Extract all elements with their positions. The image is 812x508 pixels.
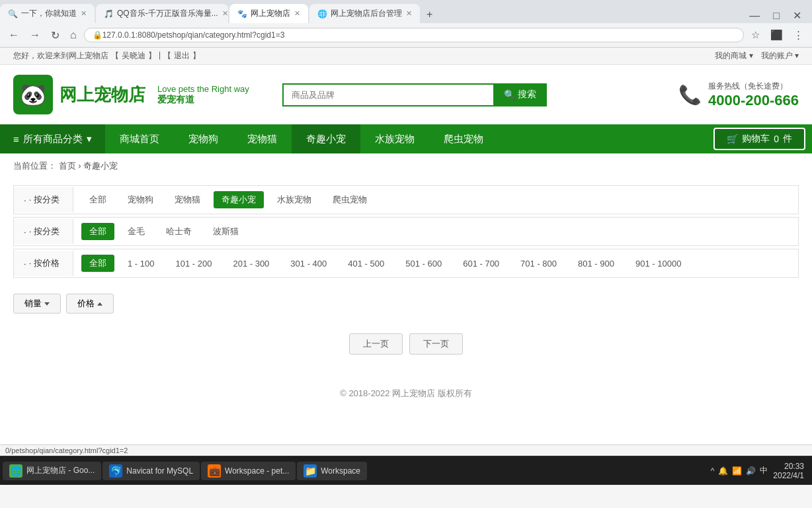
site-footer: © 2018-2022 网上宠物店 版权所有 [0,374,812,413]
taskbar-item-4[interactable]: 📁 Workspace [297,462,367,480]
clock-date: 2022/4/1 [773,471,804,480]
slogan-area: Love pets the Right way 爱宠有道 [157,84,249,106]
cat-opt-reptile[interactable]: 爬虫宠物 [325,191,375,208]
reload-button[interactable]: ↻ [48,28,63,43]
my-account-label: 我的账户 [761,51,793,60]
my-shop-dropdown[interactable]: 我的商城 ▾ [715,50,752,62]
minimize-icon[interactable]: — [744,9,765,23]
nav-aquatic[interactable]: 水族宠物 [360,124,429,153]
hotline-info: 服务热线（免长途费） 4000-200-666 [708,81,799,109]
new-tab-button[interactable]: + [421,6,438,23]
price-opt-8[interactable]: 701 - 800 [512,256,565,271]
tab1-favicon: 🔍 [8,9,17,19]
logout-link[interactable]: 退出 [174,50,190,62]
taskbar-item-2[interactable]: 🐬 Navicat for MySQL [102,462,200,480]
tab2-close[interactable]: ✕ [222,9,228,18]
taskbar-item-3[interactable]: 💼 Workspace - pet... [201,462,296,480]
top-bar-bracket2-open: 【 [163,50,171,62]
price-opt-3[interactable]: 201 - 300 [225,256,277,271]
search-button[interactable]: 🔍 搜索 [493,83,547,106]
filter-area: · · 按分类 全部 宠物狗 宠物猫 奇趣小宠 水族宠物 爬虫宠物 · · 按分… [0,179,812,287]
sub-opt-all[interactable]: 全部 [81,223,114,240]
back-button[interactable]: ← [5,28,22,42]
sub-opt-golden[interactable]: 金毛 [120,223,153,240]
price-opt-9[interactable]: 801 - 900 [570,256,622,271]
all-categories-btn[interactable]: ≡ 所有商品分类 ▾ [0,124,105,153]
tab3-label: 网上宠物店 [251,8,290,19]
sub-opt-husky[interactable]: 哈士奇 [158,223,200,240]
sub-filter-label: · · 按分类 [14,219,73,244]
price-opt-4[interactable]: 301 - 400 [282,256,335,271]
search-area: 🔍 搜索 [282,83,547,106]
price-opt-10[interactable]: 901 - 10000 [628,256,689,271]
my-shop-label: 我的商城 [715,51,747,60]
taskbar-icon-2: 🐬 [109,464,122,478]
breadcrumb-home[interactable]: 首页 [59,161,76,171]
taskbar-icon-4: 📁 [304,464,317,478]
tab1-close[interactable]: ✕ [81,9,87,18]
nav-cats[interactable]: 宠物猫 [233,124,292,153]
home-button[interactable]: ⌂ [67,28,80,42]
search-icon: 🔍 [504,89,515,100]
browser-tab-1[interactable]: 🔍 一下，你就知道 ✕ [0,4,95,23]
my-account-dropdown[interactable]: 我的账户 ▾ [761,50,799,62]
username-link[interactable]: 吴晓迪 [122,50,145,62]
address-bar[interactable]: 🔒 127.0.0.1:8080/petshop/qian/category.h… [84,28,744,42]
category-filter-options: 全部 宠物狗 宠物猫 奇趣小宠 水族宠物 爬虫宠物 [73,186,798,214]
cat-opt-all[interactable]: 全部 [81,191,114,208]
cart-button[interactable]: 🛒 购物车 0 件 [713,128,805,150]
tab4-close[interactable]: ✕ [406,9,412,18]
extensions-icon[interactable]: ⬛ [767,27,786,43]
filter-label-icon1: · [24,195,26,205]
cart-icon: 🛒 [727,134,738,144]
taskbar-label-4: Workspace [321,466,360,476]
breadcrumb-separator: › [78,161,83,171]
price-opt-5[interactable]: 401 - 500 [340,256,392,271]
price-opt-2[interactable]: 101 - 200 [167,256,220,271]
taskbar-item-1[interactable]: 🌐 网上宠物店 - Goo... [3,462,101,480]
all-categories-arrow: ▾ [87,133,92,145]
tray-expand-icon[interactable]: ^ [711,466,715,476]
cat-opt-dogs[interactable]: 宠物狗 [120,191,161,208]
tab4-label: 网上宠物店后台管理 [331,8,402,19]
nav-home[interactable]: 商城首页 [105,124,174,153]
cart-unit: 件 [783,133,792,145]
lock-icon: 🔒 [93,30,102,40]
price-opt-1[interactable]: 1 - 100 [120,256,162,271]
price-opt-7[interactable]: 601 - 700 [455,256,507,271]
price-opt-6[interactable]: 501 - 600 [397,256,450,271]
maximize-icon[interactable]: □ [768,9,785,23]
nav-dogs[interactable]: 宠物狗 [174,124,233,153]
sort-price-button[interactable]: 价格 [66,294,114,314]
nav-reptile[interactable]: 爬虫宠物 [429,124,498,153]
browser-tab-3[interactable]: 🐾 网上宠物店 ✕ [229,4,308,23]
browser-tab-4[interactable]: 🌐 网上宠物店后台管理 ✕ [309,4,420,23]
forward-button[interactable]: → [26,28,44,42]
price-filter-label: · · 按价格 [14,251,73,276]
price-opt-all[interactable]: 全部 [81,255,114,272]
cat-opt-aquatic[interactable]: 水族宠物 [269,191,319,208]
tab3-favicon: 🐾 [237,9,247,19]
cart-label: 购物车 [742,133,770,145]
slogan2: 爱宠有道 [157,94,249,106]
tab2-favicon: 🎵 [104,9,113,19]
search-input[interactable] [282,83,493,106]
sub-opt-persian[interactable]: 波斯猫 [205,223,247,240]
next-page-button[interactable]: 下一页 [409,333,463,355]
nav-small-pets[interactable]: 奇趣小宠 [292,124,360,153]
close-icon[interactable]: ✕ [788,8,807,23]
cat-opt-small[interactable]: 奇趣小宠 [214,191,264,208]
tab3-close[interactable]: ✕ [294,9,300,18]
sort-sales-button[interactable]: 销量 [13,294,61,314]
cat-opt-cats[interactable]: 宠物猫 [167,191,208,208]
price-filter-row: · · 按价格 全部 1 - 100 101 - 200 201 - 300 3… [13,249,799,278]
top-bar-separator: | [159,50,161,62]
nav-links: 商城首页 宠物狗 宠物猫 奇趣小宠 水族宠物 爬虫宠物 [105,124,713,153]
sub-filter-row: · · 按分类 全部 金毛 哈士奇 波斯猫 [13,217,799,246]
bookmark-icon[interactable]: ☆ [748,27,763,43]
menu-icon[interactable]: ⋮ [790,27,807,43]
browser-tab-2[interactable]: 🎵 QQ音乐-千万正版音乐海量... ✕ [96,4,228,23]
prev-page-button[interactable]: 上一页 [349,333,403,355]
tab1-label: 一下，你就知道 [21,8,77,19]
logo-icon: 🐼 [13,75,53,114]
